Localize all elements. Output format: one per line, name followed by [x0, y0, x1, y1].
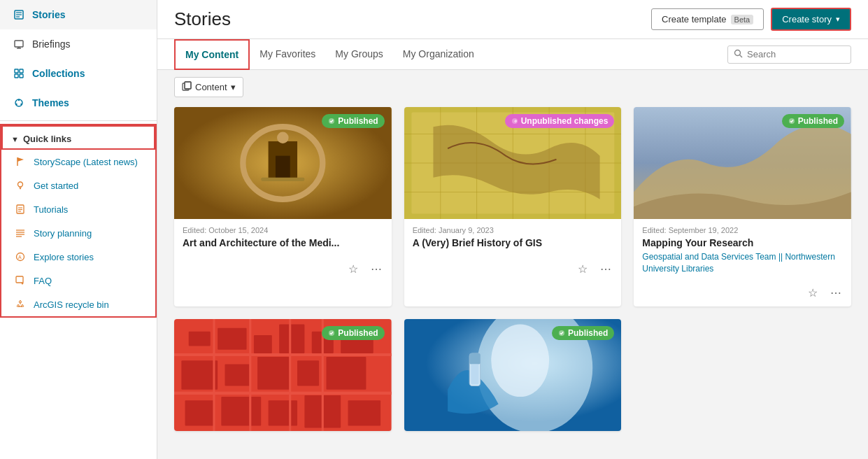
badge-label: Published — [338, 328, 378, 338]
collections-label: Collections — [32, 68, 85, 79]
create-story-label: Create story — [782, 14, 832, 24]
svg-rect-65 — [225, 364, 250, 386]
search-input[interactable] — [747, 49, 845, 59]
quick-link-faq-label: FAQ — [34, 276, 52, 286]
quick-link-arcgis-recycle[interactable]: ArcGIS recycle bin — [1, 292, 155, 316]
svg-rect-9 — [15, 74, 18, 78]
svg-rect-10 — [20, 74, 23, 78]
content-toolbar: Content ▾ — [157, 70, 868, 104]
main-area: Stories Create template Beta Create stor… — [157, 0, 868, 459]
svg-rect-60 — [254, 335, 272, 353]
create-story-button[interactable]: Create story ▾ — [771, 8, 851, 31]
card-title: Mapping Your Research — [642, 237, 843, 248]
quick-links-header[interactable]: ▼ Quick links — [1, 125, 155, 150]
favorite-button[interactable]: ☆ — [805, 285, 820, 301]
page-title: Stories — [174, 8, 231, 30]
card-actions: ☆ ⋯ — [634, 281, 851, 306]
card-body: Edited: September 19, 2022 Mapping Your … — [634, 219, 851, 281]
card-status-badge: Published — [322, 326, 384, 340]
badge-label: Unpublished changes — [521, 116, 609, 126]
badge-label: Published — [568, 328, 608, 338]
tab-my-organization[interactable]: My Organization — [393, 40, 484, 69]
card-status-badge: Published — [322, 114, 384, 128]
card-date: Edited: October 15, 2024 — [183, 226, 383, 234]
tab-my-groups[interactable]: My Groups — [325, 40, 392, 69]
quick-link-story-planning[interactable]: Story planning — [1, 221, 155, 245]
faq-icon — [14, 274, 27, 287]
svg-point-41 — [277, 132, 289, 143]
content-filter-label: Content — [195, 82, 227, 92]
tabs-row: My Content My Favorites My Groups My Org… — [157, 39, 868, 70]
content-filter-button[interactable]: Content ▾ — [174, 77, 243, 97]
top-bar: Stories Create template Beta Create stor… — [157, 0, 868, 39]
quick-link-faq[interactable]: FAQ — [1, 269, 155, 292]
card-status-badge: Published — [552, 326, 614, 340]
quick-link-get-started[interactable]: Get started — [1, 174, 155, 197]
card-date: Edited: January 9, 2023 — [413, 226, 613, 234]
badge-label: Published — [798, 116, 838, 126]
quick-links-section: ▼ Quick links StoryScape (Latest news) G… — [0, 124, 157, 318]
quick-link-explore-label: Explore stories — [34, 252, 94, 262]
svg-rect-8 — [20, 69, 23, 73]
card-body: Edited: October 15, 2024 Art and Archite… — [174, 219, 392, 257]
svg-rect-66 — [257, 357, 290, 390]
tab-my-favorites-label: My Favorites — [259, 48, 315, 59]
tab-my-favorites[interactable]: My Favorites — [250, 40, 325, 69]
card-thumbnail: Published — [174, 319, 392, 431]
sidebar-item-stories[interactable]: Stories — [0, 0, 157, 29]
svg-rect-40 — [276, 156, 290, 181]
svg-point-14 — [15, 104, 17, 105]
quick-link-storyscape[interactable]: StoryScape (Latest news) — [1, 150, 155, 174]
more-options-button[interactable]: ⋯ — [597, 261, 614, 277]
more-options-button[interactable]: ⋯ — [368, 261, 385, 277]
sidebar: Stories Briefings Collections — [0, 0, 157, 459]
more-options-button[interactable]: ⋯ — [827, 285, 844, 301]
favorite-button[interactable]: ☆ — [346, 261, 361, 277]
chevron-down-icon: ▼ — [11, 135, 19, 143]
sidebar-item-briefings[interactable]: Briefings — [0, 29, 157, 59]
favorite-button[interactable]: ☆ — [575, 261, 590, 277]
create-template-label: Create template — [662, 14, 727, 24]
themes-label: Themes — [32, 97, 69, 108]
list-icon — [14, 227, 27, 239]
stories-label: Stories — [32, 9, 65, 20]
quick-link-tutorials[interactable]: Tutorials — [1, 197, 155, 221]
story-card[interactable]: Published — [174, 319, 392, 431]
sidebar-item-collections[interactable]: Collections — [0, 59, 157, 88]
svg-rect-85 — [469, 353, 481, 365]
card-status-badge: Published — [782, 114, 844, 128]
svg-point-13 — [20, 104, 22, 105]
content-copy-icon — [182, 81, 192, 93]
top-bar-actions: Create template Beta Create story ▾ — [651, 8, 851, 31]
create-template-button[interactable]: Create template Beta — [651, 8, 764, 30]
tab-my-groups-label: My Groups — [335, 48, 383, 59]
search-box[interactable] — [727, 45, 851, 64]
card-actions: ☆ ⋯ — [404, 257, 622, 283]
themes-icon — [13, 97, 25, 109]
card-thumbnail: Published — [634, 107, 851, 219]
svg-rect-69 — [185, 400, 214, 425]
story-card[interactable]: Unpublished changes Edited: January 9, 2… — [404, 107, 622, 306]
cards-grid: Published Edited: October 15, 2024 Art a… — [174, 104, 851, 431]
svg-rect-73 — [348, 400, 381, 425]
svg-rect-7 — [15, 69, 18, 73]
card-body: Edited: January 9, 2023 A (Very) Brief H… — [404, 219, 622, 257]
tab-my-content[interactable]: My Content — [174, 39, 250, 70]
create-story-chevron-icon: ▾ — [836, 15, 840, 24]
story-card[interactable]: Published Edited: October 15, 2024 Art a… — [174, 107, 392, 306]
svg-rect-29 — [16, 276, 23, 283]
svg-text:A: A — [18, 255, 22, 260]
story-card[interactable]: Published Edited: September 19, 2022 Map… — [634, 107, 851, 306]
bulb-icon — [14, 179, 27, 192]
card-thumbnail: Published — [404, 319, 622, 431]
quick-link-story-planning-label: Story planning — [34, 228, 92, 239]
recycle-icon — [14, 298, 27, 311]
sidebar-item-themes[interactable]: Themes — [0, 88, 157, 118]
svg-rect-70 — [221, 397, 261, 425]
quick-links-title: Quick links — [23, 134, 71, 144]
story-card[interactable]: Published — [404, 319, 622, 431]
flag-icon — [14, 155, 27, 168]
quick-link-explore[interactable]: A Explore stories — [1, 245, 155, 269]
briefings-icon — [13, 38, 25, 50]
card-title: Art and Architecture of the Medi... — [183, 237, 383, 248]
